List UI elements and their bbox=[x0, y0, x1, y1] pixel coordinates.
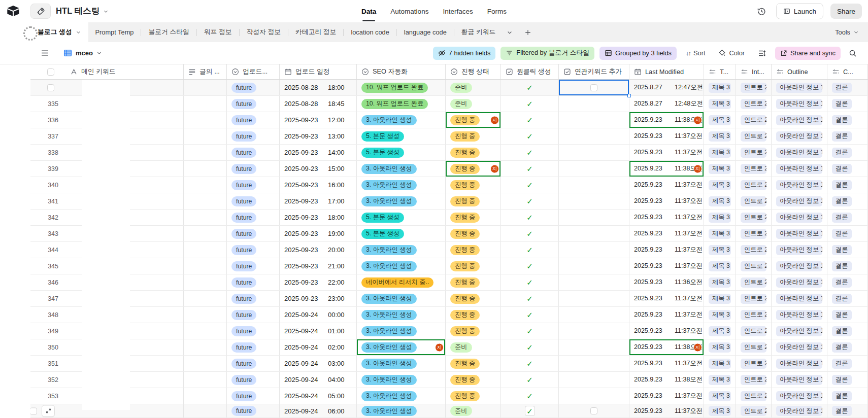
cell-related[interactable] bbox=[559, 96, 629, 112]
cell-oneclick[interactable]: ✓ bbox=[501, 339, 559, 355]
cell-modified[interactable]: 2025.9.2311:37오전 bbox=[629, 145, 704, 160]
cell-seo[interactable]: 3. 아웃라인 생성 bbox=[357, 372, 446, 388]
cell-related[interactable] bbox=[559, 161, 629, 177]
row-checkbox[interactable] bbox=[30, 407, 37, 414]
cell-article[interactable] bbox=[184, 242, 227, 258]
app-icon-chip[interactable] bbox=[30, 4, 51, 19]
cell-seo[interactable]: 3. 아웃라인 생성 bbox=[357, 404, 446, 417]
cell-article[interactable] bbox=[184, 112, 227, 128]
cell-seo[interactable]: 네이버에서 리서치 중.. bbox=[357, 274, 446, 290]
column-header-o[interactable]: Outline bbox=[772, 64, 827, 79]
column-header-seo[interactable]: SEO 자동화 bbox=[357, 64, 446, 79]
cell-modified[interactable]: 2025.9.2311:37오전 bbox=[629, 356, 704, 371]
cell-c[interactable]: 결론 bbox=[827, 404, 868, 417]
cell-i[interactable]: 인트로 2 bbox=[736, 258, 772, 274]
cell-seo[interactable]: 3. 아웃라인 생성 bbox=[357, 258, 446, 274]
cell-related[interactable] bbox=[559, 112, 629, 128]
cell-c[interactable]: 결론 bbox=[827, 128, 868, 144]
cell-related[interactable] bbox=[559, 356, 629, 371]
cell-related[interactable] bbox=[559, 80, 629, 95]
column-header-article[interactable]: 글의 ... bbox=[184, 64, 227, 79]
cell-schedule[interactable]: 2025-09-2317:00 bbox=[280, 193, 357, 209]
cell-o[interactable]: 아웃라인 정보 1 bbox=[772, 226, 827, 241]
cell-o[interactable]: 아웃라인 정보 1 bbox=[772, 388, 827, 404]
cell-article[interactable] bbox=[184, 258, 227, 274]
cell-c[interactable]: 결론 bbox=[827, 177, 868, 193]
cell-seo[interactable]: 3. 아웃라인 생성 bbox=[357, 177, 446, 193]
cell-article[interactable] bbox=[184, 291, 227, 306]
cell-schedule[interactable]: 2025-09-2400:00 bbox=[280, 307, 357, 323]
cell-seo[interactable]: 3. 아웃라인 생성 bbox=[357, 323, 446, 339]
cell-c[interactable]: 결론 bbox=[827, 356, 868, 371]
cell-seo[interactable]: 10. 워프 업로드 완료 bbox=[357, 80, 446, 95]
cell-article[interactable] bbox=[184, 96, 227, 112]
cell-i[interactable]: 인트로 2 bbox=[736, 145, 772, 160]
cell-modified[interactable]: 2025.9.2311:38오전지 bbox=[629, 339, 704, 355]
cell-o[interactable]: 아웃라인 정보 1 bbox=[772, 193, 827, 209]
cell-schedule[interactable]: 2025-09-2314:00 bbox=[280, 145, 357, 160]
cell-schedule[interactable]: 2025-09-2323:00 bbox=[280, 291, 357, 306]
table-tab-8[interactable]: language code bbox=[397, 22, 454, 42]
cell-related[interactable] bbox=[559, 145, 629, 160]
toolbar-chip-2[interactable]: Filtered by 블로거 스타일 bbox=[500, 47, 594, 60]
cell-i[interactable]: 인트로 2 bbox=[736, 128, 772, 144]
cell-oneclick[interactable]: ✓ bbox=[501, 145, 559, 160]
more-tabs-chevron-icon[interactable] bbox=[503, 25, 517, 40]
table-tab-2[interactable]: Prompt Temp bbox=[88, 22, 141, 42]
column-header-related[interactable]: 연관키워드 추가 bbox=[559, 64, 629, 79]
cell-i[interactable]: 인트로 2 bbox=[736, 339, 772, 355]
cell-oneclick[interactable]: ✓ bbox=[501, 161, 559, 177]
cell-seo[interactable]: 3. 아웃라인 생성 bbox=[357, 307, 446, 323]
cell-modified[interactable]: 2025.9.2311:37오전 bbox=[629, 388, 704, 404]
cell-oneclick[interactable]: ✓ bbox=[501, 210, 559, 225]
cell-i[interactable]: 인트로 2 bbox=[736, 323, 772, 339]
cell-article[interactable] bbox=[184, 145, 227, 160]
cell-status[interactable]: 진행 중 bbox=[446, 291, 501, 306]
toolbar-chip-1[interactable]: 7 hidden fields bbox=[433, 47, 496, 60]
cell-oneclick[interactable]: ✓ bbox=[501, 226, 559, 241]
cell-t[interactable]: 제목 3 bbox=[704, 339, 736, 355]
cell-oneclick[interactable]: ✓ bbox=[501, 128, 559, 144]
cell-seo[interactable]: 3. 아웃라인 생성 bbox=[357, 193, 446, 209]
cell-t[interactable]: 제목 3 bbox=[704, 356, 736, 371]
cell-related[interactable] bbox=[559, 323, 629, 339]
cell-o[interactable]: 아웃라인 정보 1 bbox=[772, 210, 827, 225]
cell-schedule[interactable]: 2025-09-2406:00 bbox=[280, 404, 357, 417]
cell-related[interactable] bbox=[559, 372, 629, 388]
cell-upload[interactable]: future bbox=[227, 145, 280, 160]
cell-oneclick[interactable]: ✓ bbox=[501, 274, 559, 290]
nav-item-data[interactable]: Data bbox=[361, 0, 376, 22]
cell-article[interactable] bbox=[184, 356, 227, 371]
cell-c[interactable]: 결론 bbox=[827, 242, 868, 258]
cell-t[interactable]: 제목 3 bbox=[704, 323, 736, 339]
cell-upload[interactable]: future bbox=[227, 258, 280, 274]
cell-schedule[interactable]: 2025-09-2404:00 bbox=[280, 372, 357, 388]
cell-seo[interactable]: 3. 아웃라인 생성지 bbox=[357, 339, 446, 355]
nav-item-interfaces[interactable]: Interfaces bbox=[443, 0, 473, 22]
cell-modified[interactable]: 2025.9.2311:36오전 bbox=[629, 274, 704, 290]
cell-seo[interactable]: 3. 아웃라인 생성 bbox=[357, 388, 446, 404]
expand-record-button[interactable] bbox=[42, 405, 55, 417]
cell-c[interactable]: 결론 bbox=[827, 307, 868, 323]
cell-c[interactable]: 결론 bbox=[827, 145, 868, 160]
cell-oneclick[interactable]: ✓ bbox=[501, 193, 559, 209]
cell-modified[interactable]: 2025.9.2311:38오전 bbox=[629, 372, 704, 388]
cell-schedule[interactable]: 2025-09-2322:00 bbox=[280, 274, 357, 290]
view-sidebar-toggle-icon[interactable] bbox=[41, 49, 49, 57]
cell-upload[interactable]: future bbox=[227, 339, 280, 355]
cell-article[interactable] bbox=[184, 177, 227, 193]
sort-button[interactable]: ↓↑ Sort bbox=[682, 47, 709, 60]
cell-o[interactable]: 아웃라인 정보 1 bbox=[772, 242, 827, 258]
cell-modified[interactable]: 2025.9.2311:38오전지 bbox=[629, 161, 704, 177]
cell-o[interactable]: 아웃라인 정보 1 bbox=[772, 291, 827, 306]
cell-status[interactable]: 진행 중 bbox=[446, 226, 501, 241]
cell-seo[interactable]: 5. 본문 생성 bbox=[357, 226, 446, 241]
cell-t[interactable]: 제목 3 bbox=[704, 145, 736, 160]
cell-status[interactable]: 진행 중 bbox=[446, 372, 501, 388]
cell-article[interactable] bbox=[184, 161, 227, 177]
cell-seo[interactable]: 5. 본문 생성 bbox=[357, 145, 446, 160]
cell-t[interactable]: 제목 3 bbox=[704, 80, 736, 95]
cell-article[interactable] bbox=[184, 128, 227, 144]
cell-upload[interactable]: future bbox=[227, 96, 280, 112]
cell-upload[interactable]: future bbox=[227, 372, 280, 388]
